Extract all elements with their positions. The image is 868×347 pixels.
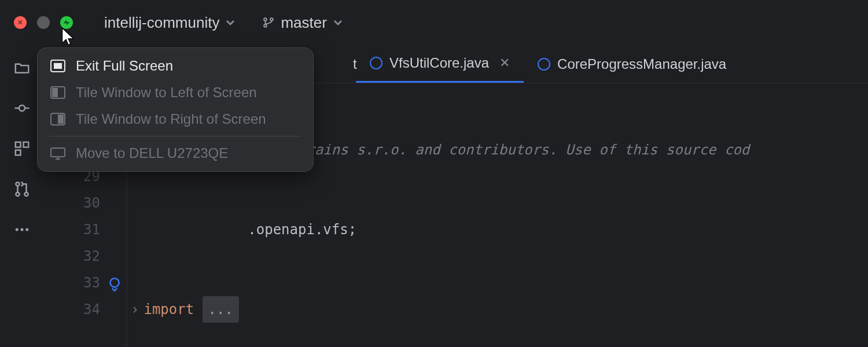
implements-gutter-icon[interactable] [107, 276, 122, 291]
code-text: 22 JetBrains s.r.o. and contributors. Us… [248, 142, 749, 158]
svg-rect-20 [51, 148, 65, 157]
line-number: 32 [43, 243, 100, 270]
chevron-down-icon [225, 17, 236, 28]
svg-point-7 [16, 182, 19, 186]
code-text: .openapi.vfs; [248, 222, 356, 238]
svg-point-3 [19, 105, 25, 111]
more-tools-icon[interactable] [13, 221, 31, 238]
structure-tool-icon[interactable] [13, 140, 31, 157]
tab-label: CoreProgressManager.java [557, 56, 726, 72]
svg-point-13 [110, 278, 119, 287]
line-number: 31 [43, 216, 100, 243]
svg-point-10 [15, 228, 18, 231]
minimize-window-button[interactable] [37, 16, 50, 29]
tile-left-icon [50, 86, 65, 99]
branch-name: master [281, 14, 326, 32]
svg-point-2 [271, 18, 274, 21]
tile-right-icon [50, 113, 65, 125]
menu-item-exit-fullscreen[interactable]: Exit Full Screen [38, 53, 313, 79]
svg-rect-17 [52, 88, 58, 97]
exit-fullscreen-icon [50, 60, 65, 72]
menu-item-tile-left[interactable]: Tile Window to Left of Screen [38, 79, 313, 106]
fold-chevron-icon[interactable]: › [131, 301, 144, 318]
tab-label: VfsUtilCore.java [389, 55, 489, 71]
window-control-menu: Exit Full Screen Tile Window to Left of … [37, 47, 314, 172]
line-number: 33 [43, 270, 100, 296]
display-icon [50, 147, 65, 160]
code-text: import [144, 301, 194, 318]
menu-separator [49, 136, 301, 136]
svg-rect-5 [23, 142, 28, 147]
svg-point-12 [25, 228, 28, 231]
svg-rect-19 [58, 115, 64, 124]
git-branch-selector[interactable]: master [259, 12, 346, 34]
menu-label: Exit Full Screen [76, 58, 173, 74]
line-number: 34 [43, 296, 100, 323]
svg-point-1 [264, 24, 267, 27]
menu-label: Tile Window to Left of Screen [76, 84, 257, 101]
commit-tool-icon[interactable] [13, 99, 31, 117]
svg-rect-4 [15, 142, 20, 147]
svg-point-8 [16, 193, 19, 196]
menu-item-tile-right[interactable]: Tile Window to Right of Screen [38, 106, 313, 132]
project-selector[interactable]: intellij-community [101, 12, 239, 34]
close-window-button[interactable]: ✕ [14, 16, 27, 29]
svg-point-11 [20, 228, 23, 231]
chevron-down-icon [333, 17, 343, 28]
svg-rect-6 [15, 150, 20, 156]
project-tool-icon[interactable] [13, 59, 31, 76]
menu-item-move-display[interactable]: Move to DELL U2723QE [38, 140, 313, 167]
tab-vfsutilcore[interactable]: VfsUtilCore.java ✕ [356, 45, 524, 83]
svg-point-9 [24, 193, 28, 196]
folded-region[interactable]: ... [203, 296, 239, 323]
branch-icon [262, 16, 275, 29]
pull-requests-tool-icon[interactable] [13, 180, 31, 198]
mouse-cursor-icon [60, 27, 76, 46]
close-tab-icon[interactable]: ✕ [499, 56, 510, 71]
class-file-icon [538, 58, 550, 71]
tab-coreprogressmanager[interactable]: CoreProgressManager.java [524, 45, 740, 83]
svg-point-0 [264, 18, 267, 21]
tab-partial[interactable]: t [353, 45, 357, 83]
menu-label: Move to DELL U2723QE [76, 145, 228, 161]
class-file-icon [370, 57, 382, 69]
svg-rect-15 [54, 63, 62, 69]
project-name: intellij-community [104, 14, 219, 32]
line-number: 30 [43, 190, 100, 216]
menu-label: Tile Window to Right of Screen [76, 111, 266, 127]
window-titlebar: ✕ intellij-community master [0, 0, 868, 45]
